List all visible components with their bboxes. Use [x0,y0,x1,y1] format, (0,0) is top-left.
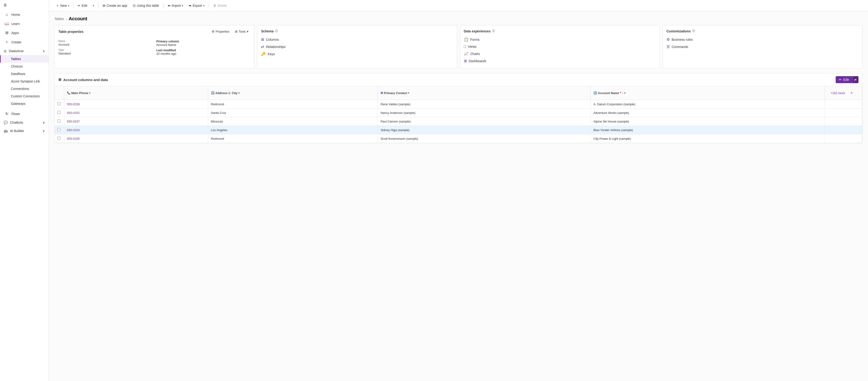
edit-table-label: Edit [843,78,849,82]
prop-type: Type Standard [58,49,153,55]
row-main-phone[interactable]: 555-0155 [64,135,208,143]
main-phone-sort-icon[interactable]: ▾ [89,92,90,94]
row-address-city: Missoula [208,117,378,126]
using-table-label: Using this table [137,4,159,7]
sidebar-sub-item-connections[interactable]: Connections [0,85,49,92]
new-button[interactable]: ＋ New ▾ [54,2,71,9]
edit-toolbar-button[interactable]: ✏ Edit [75,3,90,9]
prop-type-label: Type [58,49,153,51]
account-name-dropdown-icon[interactable]: ▾ [624,92,625,94]
export-label: Export [193,4,202,7]
customizations-info-icon[interactable]: ⓘ [692,29,695,33]
forms-icon: 📋 [464,37,469,42]
row-checkbox[interactable] [55,126,64,135]
chatbots-chevron-icon: ∨ [42,121,45,124]
schema-columns-link[interactable]: ⊞ Columns [261,36,453,43]
row-account-name: City Power & Light (sample) [590,135,825,143]
th-account-name[interactable]: 🔤 Account Name * ↑ ▾ [590,86,825,100]
dashboards-label: Dashboards [469,59,487,63]
row-checkbox[interactable] [55,100,64,109]
row-main-phone[interactable]: 555-0158 [64,100,208,109]
edit-table-button[interactable]: ✏ Edit [836,76,852,83]
data-experiences-info-icon[interactable]: ⓘ [492,29,495,33]
th-main-phone[interactable]: 📞 Main Phone ▾ [64,86,208,100]
prop-name-value: Account [58,43,153,46]
row-extra [825,117,862,126]
row-main-phone[interactable]: 555-0157 [64,117,208,126]
sidebar-sub-item-custom-connectors[interactable]: Custom Connectors [0,92,49,100]
flows-icon: ↻ [4,112,9,116]
using-table-button[interactable]: ⊡ Using this table [130,3,161,9]
business-rules-link[interactable]: ⚙ Business rules [666,36,859,43]
sidebar-sub-item-gateways[interactable]: Gateways [0,100,49,107]
schema-keys-link[interactable]: 🔑 Keys [261,50,453,58]
export-chevron-icon: ▾ [203,4,205,7]
sidebar-dataverse-label: Dataverse [9,49,24,53]
account-name-col-icon: 🔤 [593,91,597,94]
commands-link[interactable]: ☰ Commands [666,43,859,50]
delete-button[interactable]: 🗑 Delete [211,3,229,9]
cards-grid: Table properties ⚙ Properties ⊞ Tools ▾ [55,25,862,68]
export-button[interactable]: ➡ Export ▾ [186,3,207,9]
sidebar-sub-item-connections-label: Connections [11,87,29,91]
primary-contact-sort-icon[interactable]: ▾ [408,92,409,94]
sidebar-sub-item-azure-synapse[interactable]: Azure Synapse Link [0,78,49,85]
sidebar-item-chatbots[interactable]: 💬 Chatbots ∨ [0,118,49,127]
sidebar-item-learn[interactable]: 📖 Learn [0,19,49,28]
ai-builder-icon: 🤖 [4,129,8,133]
main-area: ＋ New ▾ ✏ Edit ▾ ⊞ Create an app ⊡ Using… [49,0,868,381]
table-grid-icon: ⊞ [58,78,61,82]
schema-info-icon[interactable]: ⓘ [275,29,278,33]
sidebar-item-apps[interactable]: ⊞ Apps [0,28,49,37]
table-row: 555-0152 Santa Cruz Nancy Anderson (samp… [55,109,862,117]
sidebar-item-ai-builder[interactable]: 🤖 AI Builder ∨ [0,127,49,135]
data-table: 📞 Main Phone ▾ 🔤 Address 1: City ▾ [55,86,862,143]
views-label: Views [468,45,476,49]
keys-icon: 🔑 [261,52,266,56]
properties-btn[interactable]: ⚙ Properties [210,29,231,34]
edit-dropdown-icon: ▾ [93,4,94,7]
address-city-sort-icon[interactable]: ▾ [239,92,240,94]
th-address-city[interactable]: 🔤 Address 1: City ▾ [208,86,378,100]
main-phone-col-label: Main Phone [71,91,88,95]
edit-dropdown-button[interactable]: ▾ [91,3,96,8]
account-name-sort-asc-icon[interactable]: ↑ [622,92,623,94]
schema-card: Schema ⓘ ⊞ Columns ⇄ Relationships 🔑 Key… [257,25,457,68]
row-checkbox[interactable] [55,109,64,117]
import-button[interactable]: ⬅ Import ▾ [165,3,186,9]
add-column-button[interactable]: + [849,88,855,97]
more-cols-button[interactable]: +152 more [828,89,848,97]
row-account-name: Alpine Ski House (sample) [590,117,825,126]
sidebar-item-home-label: Home [11,13,20,17]
schema-relationships-link[interactable]: ⇄ Relationships [261,43,453,50]
dashboards-link[interactable]: ⊞ Dashboards [464,57,656,64]
sidebar-sub-item-dataflows[interactable]: Dataflows [0,70,49,78]
import-label: Import [172,4,181,7]
charts-link[interactable]: 📈 Charts [464,50,656,57]
edit-table-split-button[interactable]: |▾ [852,76,859,83]
sidebar-item-flows[interactable]: ↻ Flows [0,109,49,118]
create-app-button[interactable]: ⊞ Create an app [100,3,130,9]
edit-toolbar-label: Edit [82,4,87,7]
table-header-row: 📞 Main Phone ▾ 🔤 Address 1: City ▾ [55,86,862,100]
toolbar-divider-4 [209,3,209,8]
row-main-phone[interactable]: 555-0152 [64,109,208,117]
row-checkbox[interactable] [55,117,64,126]
sidebar-sub-item-tables[interactable]: Tables [0,55,49,63]
row-main-phone[interactable]: 555-0154 [64,126,208,135]
properties-btn-label: Properties [216,30,229,33]
sidebar-section-dataverse[interactable]: ◎ Dataverse ∧ [0,47,49,55]
tools-btn[interactable]: ⊞ Tools ▾ [233,29,250,34]
breadcrumb-parent[interactable]: Tables [55,17,64,21]
edit-table-split-icon: |▾ [854,78,857,82]
prop-type-value: Standard [58,52,153,55]
hamburger-menu[interactable]: ☰ [0,0,49,10]
sidebar-sub-item-choices[interactable]: Choices [0,63,49,70]
sidebar-item-home[interactable]: ⌂ Home [0,10,49,19]
views-link[interactable]: □ Views [464,43,656,50]
th-primary-contact[interactable]: ⊞ Primary Contact ▾ [378,86,590,100]
row-checkbox[interactable] [55,135,64,143]
sidebar-sub-item-azure-synapse-label: Azure Synapse Link [11,80,40,83]
sidebar-item-create[interactable]: ＋ Create [0,37,49,47]
forms-link[interactable]: 📋 Forms [464,36,656,43]
